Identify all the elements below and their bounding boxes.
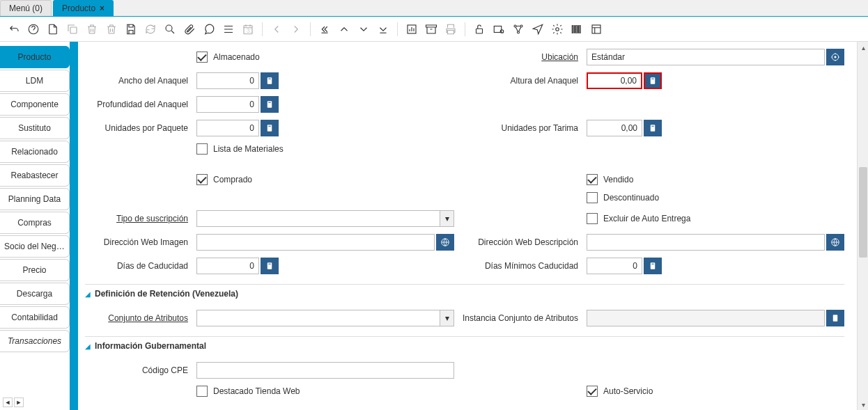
instancia-conjunto-atributos-input[interactable] <box>587 310 825 326</box>
almacenado-checkbox[interactable] <box>196 52 208 63</box>
sidebar-item-sustituto[interactable]: Sustituto <box>0 117 70 139</box>
pager-prev[interactable]: ◄ <box>3 397 13 407</box>
next-icon[interactable] <box>288 21 304 38</box>
unidades-tarima-input[interactable] <box>587 120 642 136</box>
ancho-anaquel-input[interactable] <box>196 72 259 89</box>
print-icon[interactable] <box>442 21 459 38</box>
refresh-icon[interactable] <box>142 21 159 38</box>
pager-next[interactable]: ► <box>14 397 24 407</box>
barcode-icon[interactable] <box>568 21 585 38</box>
globe-button[interactable] <box>436 234 454 251</box>
tab-producto[interactable]: Producto× <box>53 0 114 16</box>
sidebar-item-label: Componente <box>10 100 59 109</box>
new-icon[interactable] <box>45 21 61 38</box>
tipo-suscripcion-select[interactable]: ▾ <box>196 210 454 227</box>
send-icon[interactable] <box>529 21 546 38</box>
delete-icon[interactable] <box>84 21 100 38</box>
grid-icon[interactable] <box>220 21 237 38</box>
workflow-icon[interactable] <box>510 21 527 38</box>
calc-button[interactable] <box>644 258 662 274</box>
prev-icon[interactable] <box>268 21 285 38</box>
lock-icon[interactable] <box>471 21 488 38</box>
scroll-up-icon[interactable]: ▴ <box>858 42 868 53</box>
sidebar-item-reabastecer[interactable]: Reabastecer <box>0 164 70 187</box>
collapse-icon[interactable]: ◢ <box>85 342 91 350</box>
report-icon[interactable] <box>403 21 420 38</box>
sidebar-item-label: Compras <box>17 218 52 228</box>
help-icon[interactable] <box>25 21 42 38</box>
section-title: Definición de Retención (Venezuela) <box>95 289 238 299</box>
svg-rect-1 <box>70 27 77 33</box>
collapse-icon[interactable]: ◢ <box>85 290 91 298</box>
sidebar-item-relacionado[interactable]: Relacionado <box>0 141 70 163</box>
calc-button[interactable] <box>261 258 279 274</box>
dias-minimos-caducidad-input[interactable] <box>587 258 642 274</box>
sidebar-item-label: Socio del Negocio <box>4 242 70 251</box>
last-icon[interactable] <box>375 21 392 38</box>
attr-button[interactable] <box>826 310 844 326</box>
destacado-tienda-web-wrap: Destacado Tienda Web <box>196 386 454 397</box>
dias-caducidad-input[interactable] <box>196 258 259 274</box>
undo-icon[interactable] <box>6 21 22 38</box>
zoom-icon[interactable] <box>490 21 507 38</box>
comprado-checkbox[interactable] <box>196 174 208 185</box>
direccion-web-imagen-input[interactable] <box>196 234 435 251</box>
chat-icon[interactable] <box>201 21 217 38</box>
vendido-label: Vendido <box>603 175 633 184</box>
sidebar-item-transacciones[interactable]: Transacciones <box>0 330 70 352</box>
form-icon[interactable] <box>588 21 605 38</box>
search-icon[interactable] <box>162 21 178 38</box>
calendar-icon[interactable]: 31 <box>240 21 256 38</box>
copy-icon[interactable] <box>64 21 81 38</box>
codigo-cpe-input[interactable] <box>196 362 454 379</box>
direccion-web-descripcion-input[interactable] <box>587 234 825 251</box>
unidades-tarima-label: Unidades por Tarima <box>454 123 587 133</box>
altura-anaquel-input[interactable] <box>587 72 642 89</box>
delete2-icon[interactable] <box>103 21 120 38</box>
altura-anaquel-label: Altura del Anaquel <box>454 76 587 86</box>
sidebar-item-precio[interactable]: Precio <box>0 259 70 281</box>
attach-icon[interactable] <box>181 21 198 38</box>
excluir-auto-entrega-checkbox[interactable] <box>587 213 598 224</box>
unidades-paquete-input[interactable] <box>196 120 259 136</box>
scrollbar[interactable]: ▴ ▾ <box>857 42 868 410</box>
lista-materiales-checkbox[interactable] <box>196 143 208 155</box>
sidebar-item-componente[interactable]: Componente <box>0 93 70 116</box>
close-icon[interactable]: × <box>100 3 104 13</box>
destacado-tienda-web-checkbox[interactable] <box>196 386 208 397</box>
sidebar-item-compras[interactable]: Compras <box>0 212 70 234</box>
calc-button[interactable] <box>644 72 662 89</box>
sidebar-item-descarga[interactable]: Descarga <box>0 283 70 305</box>
up-icon[interactable] <box>336 21 352 38</box>
archive-icon[interactable] <box>423 21 440 38</box>
profundidad-anaquel-input[interactable] <box>196 96 259 113</box>
auto-servicio-checkbox[interactable] <box>587 386 598 397</box>
scroll-down-icon[interactable]: ▾ <box>858 399 868 410</box>
tab-menu[interactable]: Menú (0) <box>0 0 52 16</box>
calc-button[interactable] <box>644 120 662 136</box>
unidades-paquete-label: Unidades por Paquete <box>85 123 196 133</box>
sidebar-item-producto[interactable]: Producto <box>0 46 70 68</box>
dias-minimos-caducidad-label: Días Mínimos Caducidad <box>454 261 587 271</box>
descontinuado-checkbox[interactable] <box>587 192 598 203</box>
save-icon[interactable] <box>123 21 139 38</box>
sidebar-item-contabilidad[interactable]: Contabilidad <box>0 306 70 329</box>
sidebar-item-socio-negocio[interactable]: Socio del Negocio <box>0 235 70 258</box>
sidebar-item-ldm[interactable]: LDM <box>0 70 70 92</box>
calc-button[interactable] <box>261 120 279 136</box>
conjunto-atributos-select[interactable]: ▾ <box>196 310 454 326</box>
sidebar-item-planning-data[interactable]: Planning Data <box>0 188 70 210</box>
first-icon[interactable] <box>316 21 333 38</box>
calc-button[interactable] <box>261 96 279 113</box>
dropdown-icon[interactable]: ▾ <box>440 310 454 326</box>
vendido-checkbox[interactable] <box>587 174 598 185</box>
sidebar-item-label: Descarga <box>17 289 52 299</box>
dropdown-icon[interactable]: ▾ <box>440 211 454 226</box>
scroll-thumb[interactable] <box>859 167 867 258</box>
ubicacion-input[interactable] <box>587 49 825 65</box>
locate-button[interactable] <box>826 49 844 65</box>
globe-button[interactable] <box>826 234 844 251</box>
calc-button[interactable] <box>261 72 279 89</box>
down-icon[interactable] <box>355 21 372 38</box>
gear-icon[interactable] <box>549 21 566 38</box>
